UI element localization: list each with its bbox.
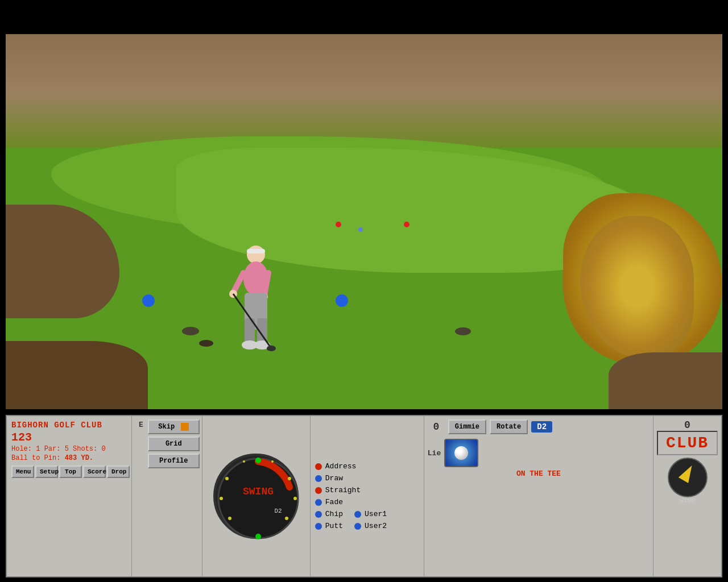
shots-value: 0	[101, 445, 105, 453]
skip-label: Skip	[158, 423, 175, 431]
shot-fade[interactable]: Fade	[315, 498, 419, 506]
svg-point-21	[228, 517, 231, 520]
drop-button[interactable]: Drop	[107, 465, 130, 478]
svg-point-17	[225, 477, 229, 480]
scores-button[interactable]: Scores	[83, 465, 106, 478]
grid-button[interactable]: Grid	[148, 436, 200, 451]
svg-rect-1	[247, 249, 265, 253]
rock-1	[182, 327, 199, 335]
user1-dot	[354, 511, 361, 518]
svg-text:D2: D2	[275, 508, 282, 514]
chip-dot	[315, 511, 322, 518]
club-score-top: 0	[684, 419, 690, 431]
fade-dot	[315, 499, 322, 506]
fairway-dot-blue1	[358, 227, 363, 232]
wind-label: WIND	[680, 497, 694, 504]
par-value: 5	[65, 445, 69, 453]
rotate-button[interactable]: Rotate	[490, 419, 528, 434]
svg-point-20	[293, 497, 297, 500]
fade-label: Fade	[325, 498, 343, 506]
svg-point-15	[255, 458, 261, 463]
svg-point-18	[288, 477, 291, 480]
hole-info: Hole: 1 Par: 5 Shots: 0	[11, 445, 127, 453]
swing-arc-svg: SWING D2	[216, 456, 301, 541]
svg-text:SWING: SWING	[243, 486, 274, 497]
shot-address[interactable]: Address	[315, 462, 419, 471]
svg-point-14	[218, 459, 298, 538]
top-black-bar	[0, 0, 728, 33]
score-display: 123	[11, 431, 127, 444]
address-dot	[315, 463, 322, 470]
shot-row-chip-user1: Chip User1	[315, 510, 419, 518]
svg-point-24	[271, 460, 274, 463]
gimmie-button[interactable]: Gimmie	[448, 419, 486, 434]
ball-to-pin-label: Ball to Pin:	[11, 454, 60, 462]
menu-button[interactable]: Menu	[11, 465, 34, 478]
shot-putt[interactable]: Putt	[315, 522, 343, 530]
side-action-buttons: Skip Grid Profile	[146, 416, 202, 576]
swing-meter-panel: SWING D2	[202, 416, 311, 576]
rock-3	[199, 340, 213, 347]
bottom-black-bar	[0, 577, 728, 582]
putt-label: Putt	[325, 522, 343, 530]
flag-icon	[181, 423, 189, 431]
svg-point-0	[247, 246, 265, 264]
e-indicator-col: E	[132, 416, 146, 576]
lie-image	[444, 439, 478, 467]
menu-buttons-row: Menu Setup Top Scores Drop	[11, 465, 127, 478]
top-button[interactable]: Top	[59, 465, 82, 478]
skip-button[interactable]: Skip	[148, 419, 200, 434]
rocks-bottom-right	[609, 352, 722, 409]
ball-to-pin: Ball to Pin: 483 YD.	[11, 454, 127, 462]
user1-label: User1	[365, 510, 387, 518]
game-container: BIGHORN GOLF CLUB 123 Hole: 1 Par: 5 Sho…	[0, 0, 728, 582]
user2-label: User2	[365, 522, 387, 530]
svg-line-3	[233, 273, 243, 293]
golfer	[222, 239, 290, 352]
rock-2	[455, 327, 471, 335]
straight-dot	[315, 487, 322, 494]
chip-label: Chip	[325, 510, 343, 518]
lie-label: Lie	[428, 449, 441, 458]
par-label: Par:	[44, 445, 65, 453]
setup-button[interactable]: Setup	[35, 465, 58, 478]
svg-point-19	[220, 497, 223, 500]
top-controls-row: 0 Gimmie Rotate D2	[428, 419, 650, 434]
swing-meter[interactable]: SWING D2	[208, 448, 304, 544]
e-indicator: E	[139, 421, 143, 429]
svg-line-4	[264, 273, 268, 296]
rocks-bottom-left	[6, 341, 148, 409]
svg-point-13	[267, 346, 276, 351]
shot-user2[interactable]: User2	[354, 522, 387, 530]
shot-draw[interactable]: Draw	[315, 474, 419, 483]
profile-button[interactable]: Profile	[148, 454, 200, 468]
ball-to-pin-value: 483 YD.	[65, 454, 93, 462]
shot-options-panel: Address Draw Straight Fade Chip	[311, 416, 424, 576]
shots-label: Shots:	[73, 445, 101, 453]
hole-label: Hole:	[11, 445, 36, 453]
hud-panel: BIGHORN GOLF CLUB 123 Hole: 1 Par: 5 Sho…	[6, 415, 722, 577]
club-title: CLUB	[657, 431, 718, 455]
draw-label: Draw	[325, 474, 343, 483]
game-viewport	[6, 34, 722, 409]
fairway-dot-red2	[404, 222, 410, 227]
svg-point-16	[255, 534, 261, 539]
swing-arc-background: SWING D2	[213, 454, 299, 539]
club-panel: 0 CLUB WIND	[653, 416, 721, 576]
svg-point-23	[243, 460, 245, 463]
draw-dot	[315, 475, 322, 482]
svg-point-22	[285, 517, 288, 520]
shot-chip[interactable]: Chip	[315, 510, 343, 518]
course-name: BIGHORN GOLF CLUB	[11, 421, 127, 430]
lie-ball	[454, 446, 468, 460]
left-info-panel: BIGHORN GOLF CLUB 123 Hole: 1 Par: 5 Sho…	[7, 416, 132, 576]
address-label: Address	[325, 462, 357, 471]
right-controls-panel: 0 Gimmie Rotate D2 Lie ON THE TEE	[424, 416, 653, 576]
wind-panel	[668, 458, 708, 497]
shot-user1[interactable]: User1	[354, 510, 387, 518]
d2-badge: D2	[531, 421, 552, 433]
putt-dot	[315, 523, 322, 530]
shot-row-putt-user2: Putt User2	[315, 522, 419, 530]
shot-straight[interactable]: Straight	[315, 486, 419, 494]
hole-number: 1	[36, 445, 40, 453]
